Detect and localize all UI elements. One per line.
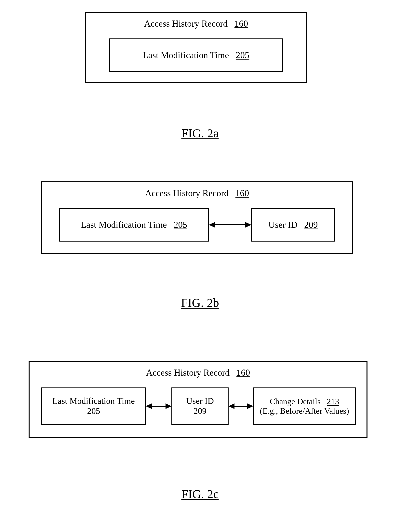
fig2c-arrow-2 <box>229 402 253 410</box>
fig2c-caption: FIG. 2c <box>0 487 400 501</box>
svg-marker-5 <box>166 403 171 409</box>
fig2a-record-box: Access History Record 160 Last Modificat… <box>85 12 307 83</box>
uid-ref-text: 209 <box>194 406 206 416</box>
cd-example-text: (E.g., Before/After Values) <box>260 406 349 415</box>
lmt-label-text: Last Modification Time <box>52 396 135 406</box>
svg-marker-2 <box>245 222 251 228</box>
svg-marker-7 <box>229 403 234 409</box>
uid-label-text: User ID <box>268 220 297 230</box>
fig2a-lmt-box: Last Modification Time 205 <box>109 38 283 72</box>
fig2c-uid-box: User ID 209 <box>171 387 229 425</box>
fig2b-lmt-box: Last Modification Time 205 <box>59 208 209 241</box>
uid-ref-text: 209 <box>304 220 318 230</box>
fig2c-cd-box: Change Details 213 (E.g., Before/After V… <box>253 387 356 425</box>
fig2c-record-box: Access History Record 160 Last Modificat… <box>29 361 368 438</box>
svg-marker-8 <box>247 403 253 409</box>
fig2c-record-title: Access History Record 160 <box>30 367 367 378</box>
fig2c-arrow-1 <box>146 402 171 410</box>
record-ref-text: 160 <box>237 367 250 378</box>
lmt-label-text: Last Modification Time <box>143 50 229 60</box>
record-label-text: Access History Record <box>144 19 228 29</box>
cd-ref-text: 213 <box>327 397 339 406</box>
record-label-text: Access History Record <box>146 367 230 378</box>
fig2b-double-arrow <box>209 221 251 229</box>
record-label-text: Access History Record <box>145 188 229 198</box>
svg-marker-1 <box>209 222 215 228</box>
lmt-ref-text: 205 <box>236 50 249 60</box>
fig2c-lmt-box: Last Modification Time 205 <box>41 387 146 425</box>
uid-label-text: User ID <box>186 396 214 406</box>
lmt-label-text: Last Modification Time <box>81 220 167 230</box>
svg-marker-4 <box>146 403 152 409</box>
cd-label-text: Change Details <box>270 397 321 406</box>
fig2a-record-title: Access History Record 160 <box>86 18 306 29</box>
fig2a-caption: FIG. 2a <box>0 126 400 140</box>
lmt-ref-text: 205 <box>87 406 100 416</box>
fig2b-caption: FIG. 2b <box>0 296 400 310</box>
fig2b-record-title: Access History Record 160 <box>42 188 352 198</box>
lmt-ref-text: 205 <box>174 220 187 230</box>
fig2b-uid-box: User ID 209 <box>251 208 335 241</box>
record-ref-text: 160 <box>236 188 249 198</box>
record-ref-text: 160 <box>234 19 248 29</box>
fig2b-record-box: Access History Record 160 Last Modificat… <box>41 181 353 254</box>
